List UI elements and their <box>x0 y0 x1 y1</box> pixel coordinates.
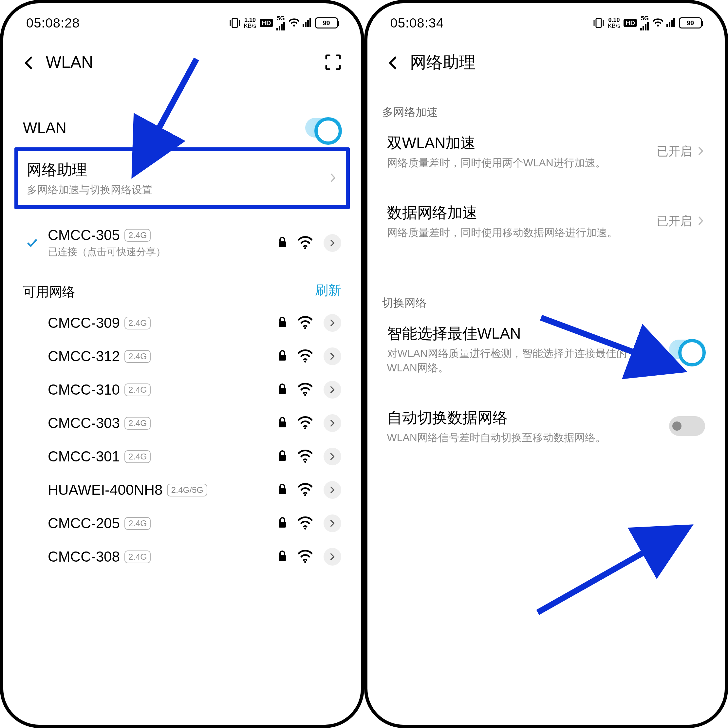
5g-signal-icon: 5G <box>277 15 286 31</box>
band-badge: 2.4G <box>124 517 151 530</box>
lock-icon <box>278 517 287 529</box>
network-row[interactable]: CMCC-310 2.4G <box>16 373 348 407</box>
details-button[interactable] <box>324 548 341 566</box>
connected-network-row[interactable]: CMCC-305 2.4G 已连接（点击可快速分享） <box>16 219 348 266</box>
connected-network-subtitle: 已连接（点击可快速分享） <box>48 245 271 259</box>
band-badge: 2.4G <box>124 417 151 430</box>
lock-icon <box>278 417 287 429</box>
details-button[interactable] <box>324 314 341 332</box>
page-header: WLAN <box>16 39 348 85</box>
network-row[interactable]: CMCC-312 2.4G <box>16 340 348 373</box>
section-multi-network: 多网络加速 <box>381 98 712 123</box>
wlan-toggle[interactable] <box>305 118 341 138</box>
page-title: WLAN <box>46 53 93 72</box>
band-badge: 2.4G <box>124 551 151 563</box>
smart-wlan-title: 智能选择最佳WLAN <box>387 324 656 344</box>
wifi-icon <box>298 449 312 464</box>
status-time: 05:08:28 <box>26 16 80 31</box>
details-button[interactable] <box>324 347 341 365</box>
band-badge: 2.4G <box>124 384 151 396</box>
details-button[interactable] <box>324 514 341 532</box>
back-button[interactable] <box>23 56 36 69</box>
lock-icon <box>278 551 287 563</box>
network-name: CMCC-205 <box>48 515 120 532</box>
5g-signal-icon: 5G <box>640 15 649 31</box>
smart-wlan-toggle[interactable] <box>669 340 705 359</box>
chevron-right-icon <box>329 174 337 184</box>
network-name: CMCC-312 <box>48 348 120 364</box>
network-speed: 1.10KB/s <box>244 17 257 29</box>
scan-icon[interactable] <box>325 54 341 70</box>
refresh-button[interactable]: 刷新 <box>315 281 341 299</box>
dual-wlan-row[interactable]: 双WLAN加速 网络质量差时，同时使用两个WLAN进行加速。 已开启 <box>381 123 712 180</box>
wlan-toggle-label: WLAN <box>23 119 66 136</box>
auto-switch-toggle[interactable] <box>669 416 705 436</box>
wifi-icon <box>298 415 312 431</box>
network-row[interactable]: HUAWEI-400NH8 2.4G/5G <box>16 473 348 506</box>
network-name: CMCC-301 <box>48 448 120 465</box>
available-networks-label: 可用网络 <box>23 277 82 304</box>
chevron-right-icon <box>697 216 705 226</box>
hd-icon: HD <box>260 19 273 27</box>
data-accel-row[interactable]: 数据网络加速 网络质量差时，同时使用移动数据网络进行加速。 已开启 <box>381 193 712 249</box>
smart-wlan-row[interactable]: 智能选择最佳WLAN 对WLAN网络质量进行检测，智能选择并连接最佳的WLAN网… <box>381 314 712 384</box>
dual-wlan-title: 双WLAN加速 <box>387 133 606 153</box>
band-badge: 2.4G <box>124 450 151 463</box>
status-icons: 1.10KB/s HD 5G 99 <box>229 15 338 31</box>
band-badge: 2.4G <box>124 350 151 363</box>
details-button[interactable] <box>324 481 341 499</box>
data-accel-title: 数据网络加速 <box>387 203 618 223</box>
details-button[interactable] <box>324 381 341 399</box>
network-list: CMCC-309 2.4G CMCC-312 2.4G CMCC-310 2.4 <box>16 306 348 574</box>
network-row[interactable]: CMCC-308 2.4G <box>16 540 348 574</box>
signal-icon <box>303 18 312 28</box>
wlan-toggle-row[interactable]: WLAN <box>16 108 348 147</box>
status-bar: 05:08:28 1.10KB/s HD 5G 99 <box>16 6 348 39</box>
back-button[interactable] <box>387 56 400 69</box>
lock-icon <box>278 450 287 463</box>
network-name: HUAWEI-400NH8 <box>48 482 162 498</box>
section-switch-network: 切换网络 <box>381 289 712 314</box>
wifi-icon <box>298 235 312 251</box>
lock-icon <box>278 317 287 329</box>
network-assistant-subtitle: 多网络加速与切换网络设置 <box>27 183 153 197</box>
network-assistant-row[interactable]: 网络助理 多网络加速与切换网络设置 <box>18 151 346 205</box>
network-name: CMCC-310 <box>48 381 120 398</box>
data-accel-subtitle: 网络质量差时，同时使用移动数据网络进行加速。 <box>387 226 618 240</box>
network-name: CMCC-303 <box>48 415 120 431</box>
signal-icon <box>667 18 676 28</box>
battery-icon: 99 <box>679 17 702 29</box>
lock-icon <box>278 237 287 249</box>
dual-wlan-subtitle: 网络质量差时，同时使用两个WLAN进行加速。 <box>387 156 606 170</box>
page-title: 网络助理 <box>410 51 476 73</box>
details-button[interactable] <box>324 448 341 465</box>
details-button[interactable] <box>324 234 341 252</box>
wifi-icon <box>298 382 312 398</box>
phone-left: 05:08:28 1.10KB/s HD 5G 99 WLAN WLAN <box>0 0 364 728</box>
auto-switch-subtitle: WLAN网络信号差时自动切换至移动数据网络。 <box>387 431 606 445</box>
network-assistant-title: 网络助理 <box>27 160 153 180</box>
smart-wlan-subtitle: 对WLAN网络质量进行检测，智能选择并连接最佳的WLAN网络。 <box>387 347 656 375</box>
band-badge: 2.4G <box>124 229 151 242</box>
network-row[interactable]: CMCC-205 2.4G <box>16 506 348 540</box>
wifi-icon <box>298 349 312 364</box>
status-bar: 05:08:34 0.10KB/s HD 5G 99 <box>381 6 712 39</box>
details-button[interactable] <box>324 414 341 432</box>
network-name: CMCC-309 <box>48 315 120 331</box>
network-row[interactable]: CMCC-309 2.4G <box>16 306 348 340</box>
auto-switch-title: 自动切换数据网络 <box>387 408 606 428</box>
band-badge: 2.4G <box>124 317 151 329</box>
network-speed: 0.10KB/s <box>608 17 620 29</box>
vibrate-icon <box>229 17 241 29</box>
battery-icon: 99 <box>315 17 338 29</box>
lock-icon <box>278 484 287 496</box>
page-header: 网络助理 <box>381 39 712 85</box>
network-row[interactable]: CMCC-303 2.4G <box>16 407 348 440</box>
data-accel-status: 已开启 <box>657 213 692 229</box>
vibrate-icon <box>593 17 604 29</box>
annotation-highlight: 网络助理 多网络加速与切换网络设置 <box>14 147 350 209</box>
wifi-icon <box>298 315 312 331</box>
network-row[interactable]: CMCC-301 2.4G <box>16 440 348 473</box>
wifi-status-icon <box>289 18 299 28</box>
auto-switch-row[interactable]: 自动切换数据网络 WLAN网络信号差时自动切换至移动数据网络。 <box>381 398 712 454</box>
